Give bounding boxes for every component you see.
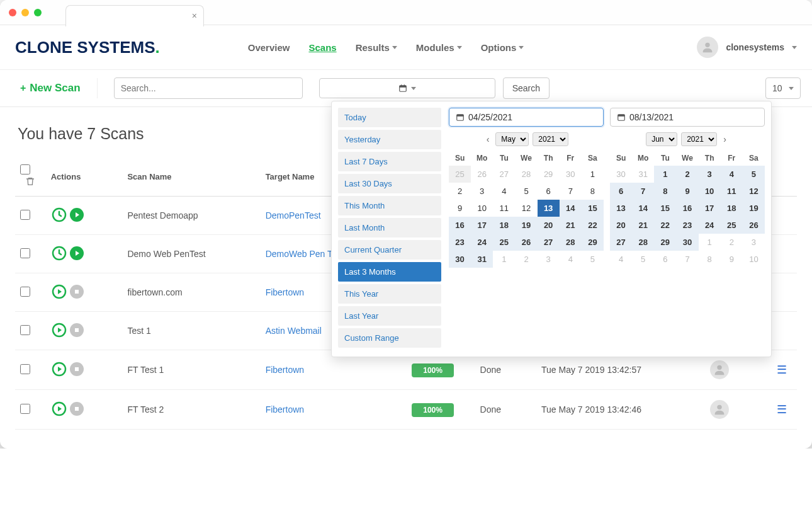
calendar-day[interactable]: 31 bbox=[632, 166, 654, 183]
schedule-icon[interactable] bbox=[51, 207, 67, 223]
calendar-day[interactable]: 4 bbox=[560, 251, 582, 268]
calendar-day[interactable]: 16 bbox=[449, 217, 471, 234]
calendar-day[interactable]: 3 bbox=[471, 183, 493, 200]
calendar-day[interactable]: 4 bbox=[493, 183, 515, 200]
calendar-day[interactable]: 7 bbox=[560, 183, 582, 200]
calendar-day[interactable]: 1 bbox=[654, 166, 676, 183]
target-link[interactable]: Fibertown bbox=[266, 287, 304, 297]
calendar-day[interactable]: 25 bbox=[721, 217, 743, 234]
year-select-left[interactable]: 2021 bbox=[533, 132, 568, 146]
calendar-day[interactable]: 22 bbox=[582, 217, 604, 234]
target-link[interactable]: DemoPenTest bbox=[266, 210, 321, 220]
calendar-day[interactable]: 24 bbox=[471, 234, 493, 251]
calendar-day[interactable]: 9 bbox=[676, 183, 698, 200]
calendar-day[interactable]: 25 bbox=[493, 234, 515, 251]
window-min-dot[interactable] bbox=[21, 9, 29, 16]
calendar-day[interactable]: 26 bbox=[471, 166, 493, 183]
calendar-day[interactable]: 19 bbox=[743, 200, 765, 217]
calendar-day[interactable]: 16 bbox=[676, 200, 698, 217]
calendar-day[interactable]: 27 bbox=[538, 234, 560, 251]
calendar-day[interactable]: 27 bbox=[493, 166, 515, 183]
calendar-day[interactable]: 8 bbox=[699, 251, 721, 268]
calendar-day[interactable]: 10 bbox=[699, 183, 721, 200]
calendar-day[interactable]: 5 bbox=[743, 166, 765, 183]
calendar-day[interactable]: 6 bbox=[610, 183, 632, 200]
calendar-day[interactable]: 28 bbox=[515, 166, 537, 183]
calendar-day[interactable]: 10 bbox=[471, 200, 493, 217]
preset-last-year[interactable]: Last Year bbox=[338, 306, 441, 326]
window-close-dot[interactable] bbox=[9, 9, 16, 16]
row-checkbox[interactable] bbox=[20, 287, 30, 297]
calendar-day[interactable]: 13 bbox=[538, 200, 560, 217]
calendar-day[interactable]: 6 bbox=[654, 251, 676, 268]
preset-today[interactable]: Today bbox=[338, 108, 441, 127]
calendar-day[interactable]: 3 bbox=[743, 234, 765, 251]
calendar-day[interactable]: 13 bbox=[610, 200, 632, 217]
calendar-day[interactable]: 2 bbox=[676, 166, 698, 183]
new-scan-button[interactable]: + New Scan bbox=[4, 78, 98, 98]
play-icon[interactable] bbox=[51, 401, 67, 417]
calendar-day[interactable]: 28 bbox=[632, 234, 654, 251]
calendar-day[interactable]: 14 bbox=[560, 200, 582, 217]
play-icon[interactable] bbox=[69, 207, 85, 223]
calendar-day[interactable]: 1 bbox=[699, 234, 721, 251]
nav-scans[interactable]: Scans bbox=[308, 42, 336, 53]
calendar-day[interactable]: 15 bbox=[654, 200, 676, 217]
stop-icon[interactable] bbox=[69, 401, 85, 417]
row-checkbox[interactable] bbox=[20, 325, 30, 335]
month-select-left[interactable]: May bbox=[495, 132, 529, 146]
calendar-day[interactable]: 30 bbox=[449, 251, 471, 268]
select-all-checkbox[interactable] bbox=[20, 164, 30, 174]
search-button[interactable]: Search bbox=[503, 77, 550, 99]
year-select-right[interactable]: 2021 bbox=[681, 132, 717, 146]
calendar-day[interactable]: 12 bbox=[743, 183, 765, 200]
preset-yesterday[interactable]: Yesterday bbox=[338, 130, 441, 149]
row-checkbox[interactable] bbox=[20, 364, 30, 374]
preset-this-month[interactable]: This Month bbox=[338, 196, 441, 215]
calendar-day[interactable]: 26 bbox=[515, 234, 537, 251]
calendar-day[interactable]: 28 bbox=[560, 234, 582, 251]
calendar-day[interactable]: 30 bbox=[560, 166, 582, 183]
window-max-dot[interactable] bbox=[34, 9, 42, 16]
row-menu-icon[interactable]: ☰ bbox=[777, 403, 787, 416]
row-checkbox[interactable] bbox=[20, 404, 30, 414]
stop-icon[interactable] bbox=[69, 322, 85, 338]
preset-last-7-days[interactable]: Last 7 Days bbox=[338, 152, 441, 171]
calendar-day[interactable]: 4 bbox=[721, 166, 743, 183]
calendar-day[interactable]: 12 bbox=[515, 200, 537, 217]
stop-icon[interactable] bbox=[69, 283, 85, 300]
trash-icon[interactable] bbox=[25, 179, 35, 188]
calendar-day[interactable]: 27 bbox=[610, 234, 632, 251]
calendar-day[interactable]: 6 bbox=[538, 183, 560, 200]
calendar-day[interactable]: 8 bbox=[582, 183, 604, 200]
calendar-day[interactable]: 23 bbox=[676, 217, 698, 234]
calendar-day[interactable]: 23 bbox=[449, 234, 471, 251]
calendar-day[interactable]: 4 bbox=[610, 251, 632, 268]
schedule-icon[interactable] bbox=[51, 245, 67, 261]
play-icon[interactable] bbox=[51, 361, 67, 377]
prev-month-button[interactable]: ‹ bbox=[484, 132, 492, 147]
calendar-day[interactable]: 5 bbox=[515, 183, 537, 200]
preset-last-month[interactable]: Last Month bbox=[338, 218, 441, 237]
calendar-day[interactable]: 26 bbox=[743, 217, 765, 234]
calendar-day[interactable]: 20 bbox=[610, 217, 632, 234]
calendar-day[interactable]: 24 bbox=[699, 217, 721, 234]
nav-results[interactable]: Results bbox=[356, 42, 397, 53]
calendar-day[interactable]: 14 bbox=[632, 200, 654, 217]
preset-this-year[interactable]: This Year bbox=[338, 284, 441, 304]
calendar-day[interactable]: 29 bbox=[582, 234, 604, 251]
calendar-day[interactable]: 7 bbox=[676, 251, 698, 268]
play-icon[interactable] bbox=[51, 322, 67, 338]
calendar-day[interactable]: 17 bbox=[471, 217, 493, 234]
calendar-day[interactable]: 9 bbox=[449, 200, 471, 217]
row-checkbox[interactable] bbox=[20, 210, 30, 220]
calendar-day[interactable]: 30 bbox=[676, 234, 698, 251]
date-to-input[interactable]: 08/13/2021 bbox=[610, 108, 765, 127]
calendar-day[interactable]: 3 bbox=[538, 251, 560, 268]
nav-options[interactable]: Options bbox=[481, 42, 524, 53]
date-from-input[interactable]: 04/25/2021 bbox=[449, 108, 604, 127]
stop-icon[interactable] bbox=[69, 361, 85, 377]
calendar-day[interactable]: 19 bbox=[515, 217, 537, 234]
play-icon[interactable] bbox=[69, 245, 85, 261]
calendar-day[interactable]: 29 bbox=[538, 166, 560, 183]
